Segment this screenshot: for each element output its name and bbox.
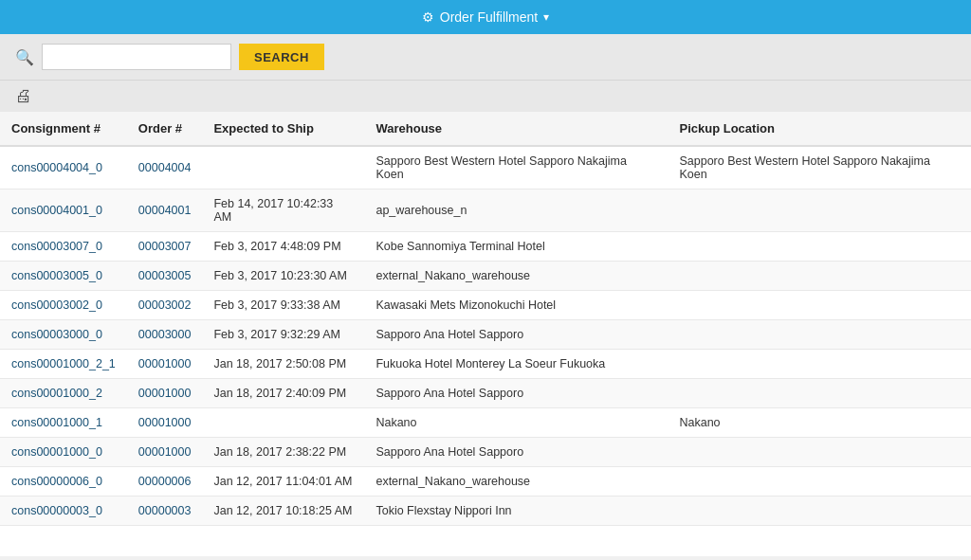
cell-warehouse: Kobe Sannomiya Terminal Hotel: [364, 232, 668, 262]
cell-expected_to_ship: Jan 12, 2017 11:04:01 AM: [202, 467, 364, 497]
cell-order[interactable]: 00004004: [127, 146, 203, 190]
col-header-order: Order #: [127, 112, 203, 146]
search-input[interactable]: [42, 44, 231, 70]
cell-order[interactable]: 00003002: [127, 291, 203, 320]
table-container: Consignment # Order # Expected to Ship W…: [0, 112, 971, 556]
cell-order[interactable]: 00001000: [127, 350, 203, 379]
cell-expected_to_ship: [202, 408, 364, 438]
cell-expected_to_ship: Feb 3, 2017 4:48:09 PM: [202, 232, 364, 262]
cell-expected_to_ship: Jan 18, 2017 2:38:22 PM: [202, 438, 364, 467]
cell-order[interactable]: 00001000: [127, 408, 203, 438]
cell-consignment[interactable]: cons00001000_2_1: [0, 350, 127, 379]
cell-pickup_location: [668, 232, 971, 262]
top-bar: ⚙ Order Fulfillment ▾: [0, 0, 971, 34]
cell-warehouse: external_Nakano_warehouse: [364, 262, 668, 291]
cell-pickup_location: [668, 190, 971, 232]
cell-pickup_location: [668, 350, 971, 379]
cell-consignment[interactable]: cons00003005_0: [0, 262, 127, 291]
cell-order[interactable]: 00003007: [127, 232, 203, 262]
print-icon[interactable]: 🖨: [15, 86, 32, 106]
cell-consignment[interactable]: cons00003007_0: [0, 232, 127, 262]
cell-warehouse: ap_warehouse_n: [364, 190, 668, 232]
cell-warehouse: Sapporo Ana Hotel Sapporo: [364, 438, 668, 467]
cell-order[interactable]: 00003005: [127, 262, 203, 291]
cell-consignment[interactable]: cons00001000_1: [0, 408, 127, 438]
cell-expected_to_ship: Feb 3, 2017 9:32:29 AM: [202, 320, 364, 350]
table-row[interactable]: cons00001000_000001000Jan 18, 2017 2:38:…: [0, 438, 971, 467]
cell-expected_to_ship: Feb 3, 2017 10:23:30 AM: [202, 262, 364, 291]
cell-pickup_location: [668, 438, 971, 467]
table-row[interactable]: cons00003002_000003002Feb 3, 2017 9:33:3…: [0, 291, 971, 320]
cell-pickup_location: [668, 320, 971, 350]
cell-warehouse: Fukuoka Hotel Monterey La Soeur Fukuoka: [364, 350, 668, 379]
cell-expected_to_ship: Jan 18, 2017 2:40:09 PM: [202, 379, 364, 408]
cell-expected_to_ship: Jan 18, 2017 2:50:08 PM: [202, 350, 364, 379]
cell-pickup_location: [668, 262, 971, 291]
cell-expected_to_ship: Feb 3, 2017 9:33:38 AM: [202, 291, 364, 320]
search-area: 🔍 SEARCH: [0, 34, 971, 80]
cell-order[interactable]: 00000003: [127, 497, 203, 526]
col-header-warehouse: Warehouse: [364, 112, 668, 146]
chevron-down-icon[interactable]: ▾: [543, 10, 549, 24]
table-header-row: Consignment # Order # Expected to Ship W…: [0, 112, 971, 146]
search-button[interactable]: SEARCH: [239, 44, 324, 70]
cell-consignment[interactable]: cons00001000_0: [0, 438, 127, 467]
cell-order[interactable]: 00003000: [127, 320, 203, 350]
table-row[interactable]: cons00000003_000000003Jan 12, 2017 10:18…: [0, 497, 971, 526]
col-header-pickup: Pickup Location: [668, 112, 971, 146]
cell-consignment[interactable]: cons00003000_0: [0, 320, 127, 350]
search-icon: 🔍: [15, 48, 34, 66]
cell-pickup_location: [668, 497, 971, 526]
cell-consignment[interactable]: cons00000003_0: [0, 497, 127, 526]
cell-pickup_location: [668, 291, 971, 320]
cell-expected_to_ship: Jan 12, 2017 10:18:25 AM: [202, 497, 364, 526]
cell-expected_to_ship: [202, 146, 364, 190]
table-row[interactable]: cons00004004_000004004Sapporo Best Weste…: [0, 146, 971, 190]
table-row[interactable]: cons00003000_000003000Feb 3, 2017 9:32:2…: [0, 320, 971, 350]
cell-warehouse: external_Nakano_warehouse: [364, 467, 668, 497]
cell-warehouse: Kawasaki Mets Mizonokuchi Hotel: [364, 291, 668, 320]
table-row[interactable]: cons00001000_100001000NakanoNakano: [0, 408, 971, 438]
cell-consignment[interactable]: cons00003002_0: [0, 291, 127, 320]
cell-pickup_location: Nakano: [668, 408, 971, 438]
cell-pickup_location: Sapporo Best Western Hotel Sapporo Nakaj…: [668, 146, 971, 190]
table-row[interactable]: cons00001000_200001000Jan 18, 2017 2:40:…: [0, 379, 971, 408]
table-row[interactable]: cons00001000_2_100001000Jan 18, 2017 2:5…: [0, 350, 971, 379]
consignment-table: Consignment # Order # Expected to Ship W…: [0, 112, 971, 526]
cell-warehouse: Sapporo Ana Hotel Sapporo: [364, 320, 668, 350]
cell-consignment[interactable]: cons00004004_0: [0, 146, 127, 190]
cell-consignment[interactable]: cons00000006_0: [0, 467, 127, 497]
col-header-consignment: Consignment #: [0, 112, 127, 146]
settings-icon: ⚙: [422, 9, 434, 25]
col-header-expected: Expected to Ship: [202, 112, 364, 146]
cell-pickup_location: [668, 379, 971, 408]
toolbar-area: 🖨: [0, 80, 971, 112]
cell-warehouse: Tokio Flexstay Nippori Inn: [364, 497, 668, 526]
cell-order[interactable]: 00004001: [127, 190, 203, 232]
table-row[interactable]: cons00004001_000004001Feb 14, 2017 10:42…: [0, 190, 971, 232]
table-row[interactable]: cons00003007_000003007Feb 3, 2017 4:48:0…: [0, 232, 971, 262]
cell-consignment[interactable]: cons00001000_2: [0, 379, 127, 408]
cell-warehouse: Nakano: [364, 408, 668, 438]
table-row[interactable]: cons00003005_000003005Feb 3, 2017 10:23:…: [0, 262, 971, 291]
table-row[interactable]: cons00000006_000000006Jan 12, 2017 11:04…: [0, 467, 971, 497]
cell-order[interactable]: 00001000: [127, 438, 203, 467]
cell-pickup_location: [668, 467, 971, 497]
cell-warehouse: Sapporo Ana Hotel Sapporo: [364, 379, 668, 408]
cell-warehouse: Sapporo Best Western Hotel Sapporo Nakaj…: [364, 146, 668, 190]
cell-order[interactable]: 00000006: [127, 467, 203, 497]
cell-expected_to_ship: Feb 14, 2017 10:42:33 AM: [202, 190, 364, 232]
app-title: Order Fulfillment: [440, 9, 538, 25]
cell-order[interactable]: 00001000: [127, 379, 203, 408]
cell-consignment[interactable]: cons00004001_0: [0, 190, 127, 232]
